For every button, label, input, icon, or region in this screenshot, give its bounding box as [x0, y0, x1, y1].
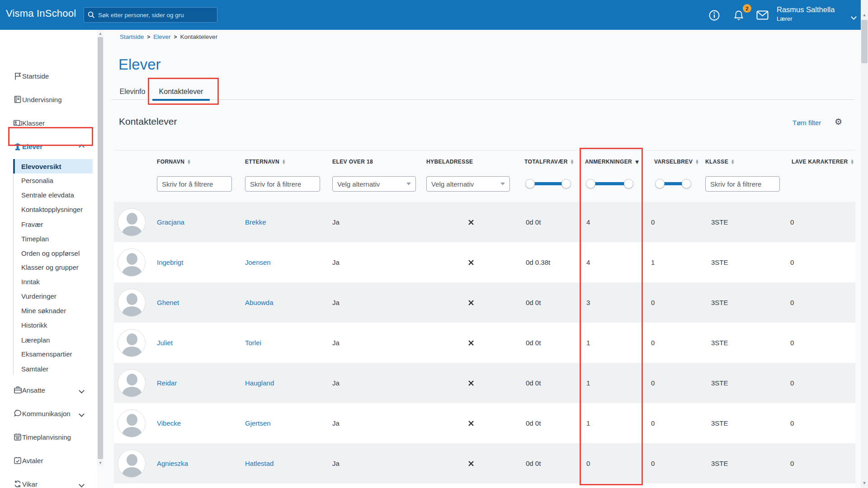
filter-hybeladresse-select[interactable]: Velg alternativ	[426, 176, 510, 192]
filter-totalfravaer-range-slider[interactable]	[526, 179, 571, 188]
table-row: Ingebrigt Joensen Ja 0d 0.38t 4 1 3STE 0	[114, 242, 855, 282]
gear-icon[interactable]: ⚙	[835, 117, 842, 127]
sidebar-subitem-fravaer[interactable]: Fravær	[14, 218, 93, 230]
table-row: Gracjana Brekke Ja 0d 0t 4 0 3STE 0	[114, 202, 855, 242]
messages-envelope-icon[interactable]	[756, 10, 768, 22]
sidebar-item-undervisning[interactable]: Undervisning	[0, 93, 97, 106]
column-header-fornavn[interactable]: FORNAVN ▲▼	[157, 158, 190, 166]
sidebar-subitem-samtaler[interactable]: Samtaler	[14, 363, 93, 375]
student-last-name-link[interactable]: Joensen	[245, 242, 271, 282]
column-header-anmerkninger[interactable]: ANMERKNINGER ▼	[585, 158, 639, 166]
scroll-down-icon[interactable]: ▼	[861, 480, 868, 486]
sidebar-item-timeplanvisning[interactable]: Timeplanvisning	[0, 430, 97, 444]
column-header-elev-over-18[interactable]: ELEV OVER 18	[332, 158, 373, 166]
sidebar-subitem-laereplan[interactable]: Læreplan	[14, 334, 93, 346]
sidebar-subitem-eksamenspartier[interactable]: Eksamenspartier	[14, 348, 93, 360]
book-icon	[13, 94, 23, 104]
info-icon[interactable]	[708, 9, 720, 21]
slider-handle-max[interactable]	[561, 179, 571, 188]
scroll-up-icon[interactable]: ▲	[861, 12, 868, 18]
app-logo[interactable]: Visma InSchool	[6, 8, 76, 19]
column-header-totalfravaer[interactable]: TOTALFRAVÆR ▲▼	[524, 158, 574, 166]
global-search[interactable]	[84, 7, 217, 23]
sidebar-subitem-personalia[interactable]: Personalia	[14, 174, 93, 186]
student-first-name-link[interactable]: Ghenet	[157, 282, 179, 323]
user-menu-chevron-down-icon[interactable]	[852, 13, 856, 21]
breadcrumb-separator: >	[147, 34, 150, 40]
student-last-name-link[interactable]: Haugland	[245, 363, 274, 403]
slider-handle-max[interactable]	[682, 179, 691, 188]
slider-handle-min[interactable]	[586, 179, 595, 188]
filter-klasse-input[interactable]	[705, 176, 780, 192]
sidebar-subitem-klasser-og-grupper[interactable]: Klasser og grupper	[14, 261, 93, 273]
sidebar-scrollbar-thumb[interactable]	[98, 37, 103, 459]
notification-count-badge[interactable]: 2	[743, 4, 751, 13]
sidebar-subitem-mine-soknader[interactable]: Mine søknader	[14, 305, 93, 316]
totalfravaer-value: 0d 0t	[526, 282, 541, 323]
breadcrumb-startside[interactable]: Startside	[120, 33, 144, 40]
student-last-name-link[interactable]: Abuowda	[245, 282, 274, 323]
slider-handle-min[interactable]	[525, 179, 535, 188]
student-last-name-link[interactable]: Brekke	[245, 202, 266, 242]
student-last-name-link[interactable]: Gjertsen	[245, 403, 271, 443]
column-header-hybeladresse[interactable]: HYBELADRESSE	[426, 158, 473, 166]
student-first-name-link[interactable]: Agnieszka	[157, 443, 188, 483]
scroll-down-icon[interactable]: ▼	[97, 460, 104, 466]
filter-etternavn-input[interactable]	[245, 176, 320, 192]
student-first-name-link[interactable]: Ingebrigt	[157, 242, 183, 282]
notifications-bell-icon[interactable]	[733, 9, 745, 21]
user-menu[interactable]: Rasmus Salthella Lærer	[777, 5, 835, 23]
student-first-name-link[interactable]: Juliet	[157, 323, 173, 363]
column-header-lave-karakterer[interactable]: LAVE KARAKTERER ▲▼	[792, 158, 854, 166]
sidebar-subitem-vurderinger[interactable]: Vurderinger	[14, 290, 93, 302]
search-input[interactable]	[98, 12, 213, 19]
slider-handle-max[interactable]	[624, 179, 633, 188]
sidebar-item-startside[interactable]: Startside	[0, 69, 97, 83]
slider-handle-min[interactable]	[655, 179, 665, 188]
tab-elevinfo[interactable]: Elevinfo	[113, 84, 152, 100]
filter-anmerkninger-range-slider[interactable]	[586, 179, 633, 188]
clear-filter-link[interactable]: Tøm filter	[793, 119, 821, 127]
page-scrollbar[interactable]: ▲ ▼	[861, 0, 868, 488]
sidebar-item-kommunikasjon[interactable]: Kommunikasjon	[0, 407, 97, 420]
sort-descending-icon[interactable]: ▼	[635, 160, 639, 164]
sort-icon[interactable]: ▲▼	[571, 159, 574, 164]
sidebar-subitem-timeplan[interactable]: Timeplan	[14, 233, 93, 244]
sidebar-subitem-inntak[interactable]: Inntak	[14, 276, 93, 287]
scroll-up-icon[interactable]: ▲	[97, 31, 104, 37]
sidebar-subitem-orden-og-oppforsel[interactable]: Orden og oppførsel	[14, 247, 93, 259]
student-last-name-link[interactable]: Torlei	[245, 323, 261, 363]
filter-varselbrev-range-slider[interactable]	[656, 179, 691, 188]
sidebar-scrollbar[interactable]: ▲ ▼	[97, 30, 104, 466]
sidebar-subitem-sentrale-elevdata[interactable]: Sentrale elevdata	[14, 189, 93, 201]
filter-elev-over-18-select[interactable]: Velg alternativ	[332, 176, 416, 192]
column-header-etternavn[interactable]: ETTERNAVN ▲▼	[245, 158, 285, 166]
klasse-value: 3STE	[711, 202, 728, 242]
page-scrollbar-thumb[interactable]	[861, 20, 868, 63]
column-header-varselbrev[interactable]: VARSELBREV ▲▼	[654, 158, 698, 166]
student-first-name-link[interactable]: Reidar	[157, 363, 177, 403]
sidebar-item-avtaler[interactable]: Avtaler	[0, 454, 97, 467]
sidebar-subitem-elevoversikt[interactable]: Elevoversikt	[13, 159, 93, 174]
sidebar-item-klasser[interactable]: Klasser	[0, 116, 97, 130]
sort-icon[interactable]: ▲▼	[188, 159, 190, 164]
breadcrumb-elever[interactable]: Elever	[153, 33, 170, 40]
sidebar-subitem-historikk[interactable]: Historikk	[14, 319, 93, 331]
filter-fornavn-input[interactable]	[157, 176, 232, 192]
column-header-klasse[interactable]: KLASSE ▲▼	[705, 158, 734, 166]
sort-icon[interactable]: ▲▼	[696, 159, 698, 164]
elev-over-18-value: Ja	[332, 242, 340, 282]
student-first-name-link[interactable]: Gracjana	[157, 202, 184, 242]
student-last-name-link[interactable]: Hatlestad	[245, 443, 274, 483]
page-title: Elever	[118, 56, 161, 73]
anmerkninger-value: 3	[586, 282, 590, 323]
sort-icon[interactable]: ▲▼	[851, 159, 854, 164]
tab-kontaktelever[interactable]: Kontaktelever	[152, 84, 210, 100]
sort-icon[interactable]: ▲▼	[283, 159, 285, 164]
sidebar-subitem-kontaktopplysninger[interactable]: Kontaktopplysninger	[14, 203, 93, 215]
sort-icon[interactable]: ▲▼	[731, 159, 734, 164]
sidebar-item-elever[interactable]: Elever	[0, 140, 97, 153]
student-first-name-link[interactable]: Vibecke	[157, 403, 181, 443]
sidebar-item-ansatte[interactable]: Ansatte	[0, 383, 97, 397]
sidebar-item-vikar[interactable]: Vikar	[0, 477, 97, 488]
